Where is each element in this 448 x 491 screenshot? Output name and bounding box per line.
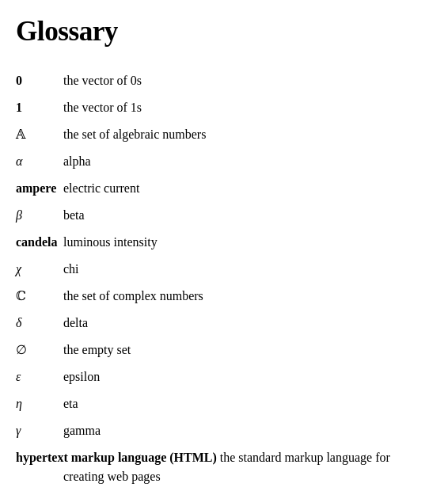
term: 0: [16, 71, 63, 90]
term: hypertext markup language (HTML): [16, 451, 220, 464]
list-item: ampereelectric current: [16, 179, 424, 198]
list-item: 0the vector of 0s: [16, 71, 424, 90]
list-item: εepsilon: [16, 367, 424, 386]
definition: the empty set: [63, 341, 424, 360]
definition: the set of complex numbers: [63, 287, 424, 306]
list-item: 𝔸the set of algebraic numbers: [16, 125, 424, 144]
list-item: ℂthe set of complex numbers: [16, 287, 424, 306]
list-item: χchi: [16, 260, 424, 279]
definition: eta: [63, 394, 424, 413]
definition: electric current: [63, 179, 424, 198]
term: ampere: [16, 179, 63, 198]
list-item: ∅the empty set: [16, 341, 424, 360]
definition: delta: [63, 314, 424, 333]
definition: the vector of 0s: [63, 71, 424, 90]
definition: chi: [63, 260, 424, 279]
list-item: αalpha: [16, 152, 424, 171]
term: χ: [16, 260, 63, 279]
definition: the vector of 1s: [63, 98, 424, 117]
term: candela: [16, 233, 63, 252]
term: α: [16, 152, 63, 171]
glossary-list: 0the vector of 0s1the vector of 1s𝔸the s…: [16, 71, 424, 491]
term: β: [16, 206, 63, 225]
list-item: γgamma: [16, 421, 424, 440]
term: γ: [16, 421, 63, 440]
page-title: Glossary: [16, 16, 424, 48]
list-item: δdelta: [16, 314, 424, 333]
definition: epsilon: [63, 367, 424, 386]
term: 1: [16, 98, 63, 117]
definition: alpha: [63, 152, 424, 171]
list-item: ηeta: [16, 394, 424, 413]
definition: beta: [63, 206, 424, 225]
list-item: βbeta: [16, 206, 424, 225]
definition: luminous intensity: [63, 233, 424, 252]
list-item: candelaluminous intensity: [16, 233, 424, 252]
term: ℂ: [16, 287, 63, 306]
term: ∅: [16, 341, 63, 360]
definition: gamma: [63, 421, 424, 440]
term: η: [16, 394, 63, 413]
term: ε: [16, 367, 63, 386]
list-item: 1the vector of 1s: [16, 98, 424, 117]
term: δ: [16, 314, 63, 333]
term: 𝔸: [16, 125, 63, 144]
definition: the set of algebraic numbers: [63, 125, 424, 144]
list-item: hypertext markup language (HTML) the sta…: [16, 448, 424, 486]
